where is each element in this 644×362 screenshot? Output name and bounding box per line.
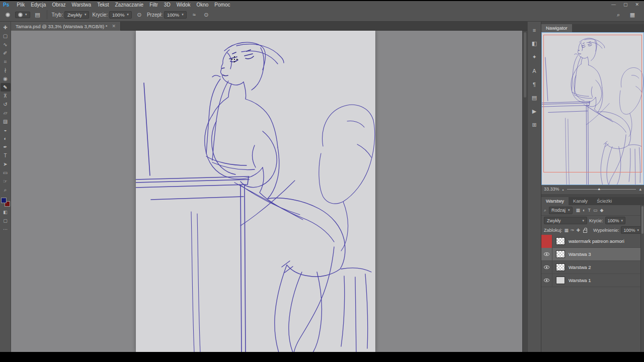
navigator-view-rectangle[interactable] xyxy=(543,35,642,172)
filter-type-icon[interactable]: ▦ xyxy=(576,208,581,213)
menu-pomoc[interactable]: Pomoc xyxy=(211,2,233,8)
menu-edycja[interactable]: Edycja xyxy=(28,2,49,8)
lock-icon[interactable]: ✑ xyxy=(571,228,575,233)
tab-ścieżki[interactable]: Ścieżki xyxy=(592,197,616,205)
shape-tool-icon[interactable]: ▭ xyxy=(1,168,11,177)
zoom-tool-icon[interactable]: ⌕ xyxy=(1,186,11,194)
hand-tool-icon[interactable]: ☞ xyxy=(1,177,11,186)
layer-row[interactable]: Warstwa 2 xyxy=(541,261,640,274)
menu-warstwa[interactable]: Warstwa xyxy=(69,2,95,8)
menu-widok[interactable]: Widok xyxy=(174,2,194,8)
menu-filtr[interactable]: Filtr xyxy=(146,2,161,8)
layer-thumbnail[interactable] xyxy=(556,250,565,258)
quick-mask-icon[interactable]: ◧ xyxy=(3,210,8,215)
dodge-tool-icon[interactable]: ◐ xyxy=(1,134,11,143)
lock-icon[interactable]: ▦ xyxy=(565,228,569,233)
screen-mode-icon[interactable]: ▢ xyxy=(3,218,8,223)
history-brush-tool-icon[interactable]: ↺ xyxy=(1,100,11,109)
toggle-brush-panel-icon[interactable]: ▤ xyxy=(33,11,42,19)
canvas-pasteboard[interactable] xyxy=(11,31,522,352)
paragraph-icon[interactable]: ¶ xyxy=(529,80,539,88)
airbrush-icon[interactable]: ≈ xyxy=(190,11,199,19)
layers-scrollbar[interactable] xyxy=(640,205,644,352)
workspace-switcher-icon[interactable]: ▦ xyxy=(628,11,637,19)
layer-visibility-toggle[interactable] xyxy=(541,248,552,261)
layer-thumbnail[interactable] xyxy=(556,277,565,284)
layer-visibility-toggle[interactable] xyxy=(541,274,552,287)
document-tab[interactable]: Tamara.psd @ 33,3% (Warstwa 3,RGB/8) * ✕ xyxy=(11,22,121,31)
layer-visibility-toggle[interactable] xyxy=(541,235,552,248)
tab-kanały[interactable]: Kanały xyxy=(569,197,592,205)
properties-icon[interactable]: ≡ xyxy=(529,26,539,34)
layer-thumbnail[interactable] xyxy=(556,237,565,245)
quick-selection-tool-icon[interactable]: ✐ xyxy=(1,49,11,57)
menu-okno[interactable]: Okno xyxy=(193,2,211,8)
brush-tool-icon[interactable]: ✎ xyxy=(1,83,11,92)
eraser-tool-icon[interactable]: ▱ xyxy=(1,109,11,117)
scrollbar-thumb[interactable] xyxy=(524,32,526,98)
adjustments-icon[interactable]: ◧ xyxy=(529,39,539,48)
styles-icon[interactable]: ✦ xyxy=(529,53,539,61)
zoom-slider[interactable]: ▲ xyxy=(567,186,636,192)
layers-opacity-select[interactable]: 100% ▾ xyxy=(605,217,626,224)
foreground-color-swatch[interactable] xyxy=(1,198,7,203)
path-selection-tool-icon[interactable]: ➤ xyxy=(1,160,11,168)
zoom-out-icon[interactable]: ▴ xyxy=(562,188,564,191)
tab-navigator[interactable]: Nawigator xyxy=(541,24,572,32)
layer-thumbnail[interactable] xyxy=(556,263,565,271)
layer-visibility-toggle[interactable] xyxy=(541,261,552,274)
brush-preset-picker[interactable]: ▾ xyxy=(15,12,30,18)
navigator-zoom-value[interactable]: 33.33% xyxy=(544,187,559,192)
gradient-tool-icon[interactable]: ▨ xyxy=(1,117,11,126)
pressure-size-icon[interactable]: ⊙ xyxy=(202,11,211,19)
filter-type-icon[interactable]: ◆ xyxy=(600,208,604,213)
move-tool-icon[interactable]: ✚ xyxy=(1,23,11,32)
histogram-icon[interactable]: ⊞ xyxy=(529,121,539,129)
lasso-tool-icon[interactable]: ∿ xyxy=(1,40,11,49)
fill-select[interactable]: 100% ▾ xyxy=(621,226,641,234)
lock-icon[interactable]: ✚ xyxy=(577,228,581,233)
blur-tool-icon[interactable]: ◒ xyxy=(1,126,11,134)
marquee-tool-icon[interactable]: ▢ xyxy=(1,32,11,40)
navigator-preview[interactable] xyxy=(541,32,644,185)
lock-all-icon[interactable] xyxy=(583,230,587,233)
filter-search-icon[interactable]: ⌕ xyxy=(544,208,546,213)
layer-row[interactable]: Warstwa 3 xyxy=(541,248,640,261)
opacity-select[interactable]: 100% ▾ xyxy=(109,11,132,19)
menu-tekst[interactable]: Tekst xyxy=(94,2,112,8)
layer-row[interactable]: watermark patreon aomori xyxy=(541,235,640,248)
character-icon[interactable]: A xyxy=(529,66,539,75)
zoom-slider-thumb[interactable]: ▲ xyxy=(597,187,601,191)
canvas-vertical-scrollbar[interactable] xyxy=(522,31,527,352)
menu-obraz[interactable]: Obraz xyxy=(49,2,68,8)
blend-mode-select[interactable]: Zwykły ▾ xyxy=(544,217,587,224)
edit-toolbar-icon[interactable]: ⋯ xyxy=(3,227,8,232)
pen-tool-icon[interactable]: ✒ xyxy=(1,143,11,151)
canvas[interactable] xyxy=(136,31,375,352)
close-button[interactable]: ✕ xyxy=(635,2,639,7)
search-icon[interactable]: ⌕ xyxy=(614,11,623,19)
pressure-opacity-icon[interactable]: ⊙ xyxy=(135,11,144,19)
maximize-button[interactable]: ▢ xyxy=(623,2,628,7)
menu-plik[interactable]: Plik xyxy=(14,2,28,8)
actions-icon[interactable]: ▶ xyxy=(529,107,539,116)
zoom-in-icon[interactable]: ▴ xyxy=(639,187,641,192)
filter-type-icon[interactable]: ◐ xyxy=(583,208,585,213)
clone-stamp-tool-icon[interactable]: ⊼ xyxy=(1,92,11,100)
type-tool-icon[interactable]: T xyxy=(1,151,11,160)
menu-3d[interactable]: 3D xyxy=(161,2,174,8)
layer-row[interactable]: Warstwa 1 xyxy=(541,274,640,287)
menu-zaznaczanie[interactable]: Zaznaczanie xyxy=(112,2,146,8)
scrollbar-thumb[interactable] xyxy=(641,206,643,234)
libraries-icon[interactable]: ▤ xyxy=(529,94,539,102)
tab-close-icon[interactable]: ✕ xyxy=(112,24,116,29)
mode-select[interactable]: Zwykły ▾ xyxy=(64,11,90,19)
minimize-button[interactable]: — xyxy=(611,2,616,7)
filter-type-icon[interactable]: ▭ xyxy=(593,208,598,213)
tab-warstwy[interactable]: Warstwy xyxy=(541,197,569,205)
crop-tool-icon[interactable]: ⌗ xyxy=(1,57,11,66)
filter-kind-select[interactable]: Rodzaj ▾ xyxy=(549,207,573,214)
filter-type-icon[interactable]: T xyxy=(588,208,591,213)
eyedropper-tool-icon[interactable]: ∤ xyxy=(1,66,11,74)
healing-tool-icon[interactable]: ◉ xyxy=(1,74,11,83)
